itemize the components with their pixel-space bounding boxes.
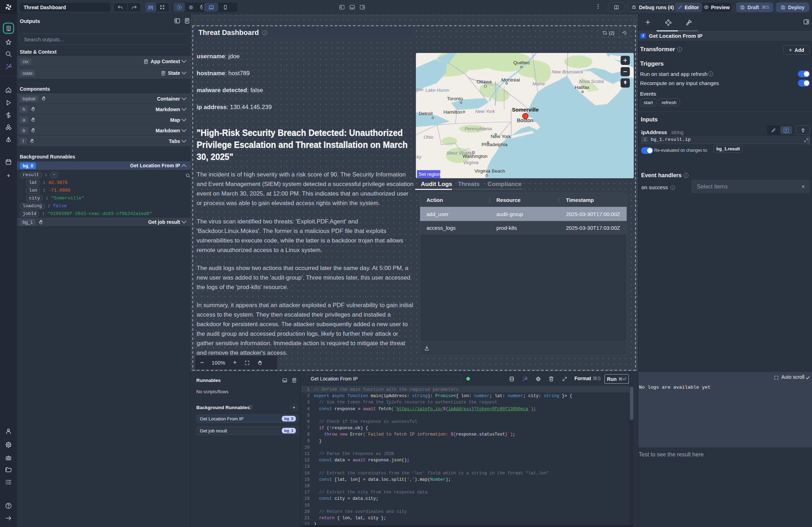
svg-text:New York: New York: [475, 109, 495, 114]
svg-text:igan: igan: [416, 87, 424, 92]
svg-text:Philadelphia: Philadelphia: [482, 142, 508, 147]
svg-text:New York: New York: [491, 134, 511, 139]
svg-text:Maine: Maine: [532, 81, 545, 86]
svg-text:Lake Huron: Lake Huron: [425, 88, 449, 93]
svg-text:Detroit: Detroit: [419, 111, 433, 116]
svg-text:Nova Scotia: Nova Scotia: [579, 79, 604, 84]
svg-text:Ottawa: Ottawa: [477, 79, 492, 84]
svg-text:Somerville: Somerville: [512, 107, 539, 113]
svg-text:New Brunswick: New Brunswick: [552, 69, 584, 74]
svg-text:Halifax: Halifax: [575, 85, 590, 90]
svg-text:Toronto: Toronto: [447, 96, 463, 101]
svg-text:cky: cky: [416, 154, 422, 160]
svg-text:Québec: Québec: [513, 60, 530, 65]
svg-text:Virginia: Virginia: [463, 160, 478, 165]
svg-text:Pennsylvania: Pennsylvania: [465, 126, 492, 131]
svg-text:Hamilton: Hamilton: [443, 109, 462, 115]
svg-text:Virginia Beach: Virginia Beach: [474, 168, 505, 174]
svg-text:Montréal: Montréal: [501, 77, 520, 83]
svg-text:Ohio: Ohio: [424, 134, 433, 140]
svg-text:West Virginia: West Virginia: [447, 150, 474, 156]
svg-text:Set region: Set region: [419, 172, 441, 177]
